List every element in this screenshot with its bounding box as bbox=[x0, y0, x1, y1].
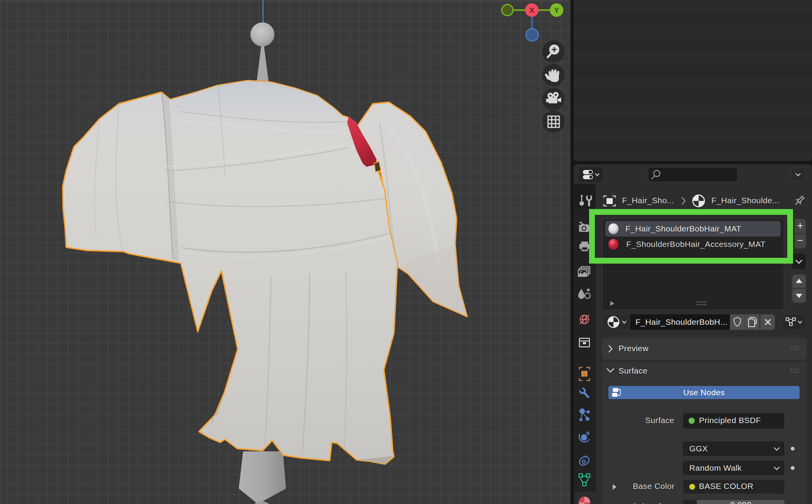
svg-text:Y: Y bbox=[554, 6, 559, 14]
svg-text:X: X bbox=[529, 6, 534, 14]
